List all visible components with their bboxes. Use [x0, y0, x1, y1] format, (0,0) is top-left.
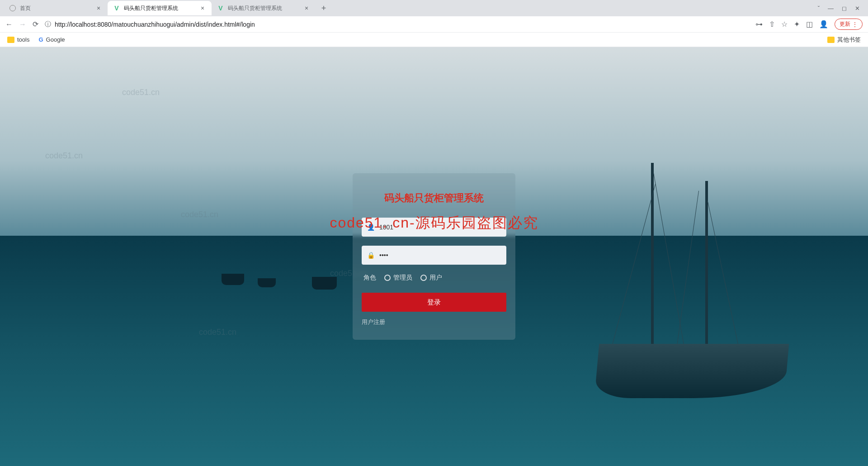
bookmark-other[interactable]: 其他书签: [827, 36, 861, 44]
browser-chrome: 首页 × V 码头船只货柜管理系统 × V 码头船只货柜管理系统 × + ˇ —…: [0, 0, 868, 47]
browser-tab-2[interactable]: V 码头船只货柜管理系统 ×: [212, 1, 316, 15]
login-card: 码头船只货柜管理系统 👤 🔒 角色 管理员 用户 登录 用户注册: [353, 173, 515, 340]
avatar-icon[interactable]: 👤: [819, 20, 828, 29]
radio-icon: [420, 275, 427, 281]
bookmark-tools[interactable]: tools: [7, 36, 29, 43]
share-icon[interactable]: ⇧: [769, 20, 775, 29]
lock-icon: 🔒: [367, 252, 375, 259]
extensions-icon[interactable]: ✦: [794, 20, 800, 29]
toolbar-right: ⊶ ⇧ ☆ ✦ ◫ 👤 更新⋮: [755, 19, 863, 30]
boat-decoration: [258, 278, 276, 287]
key-icon[interactable]: ⊶: [755, 20, 763, 29]
role-label: 角色: [363, 274, 376, 282]
radio-icon: [384, 275, 391, 281]
vue-icon: V: [113, 5, 120, 12]
minimize-icon[interactable]: —: [828, 5, 834, 12]
close-icon[interactable]: ×: [199, 5, 206, 12]
bookmark-google[interactable]: G Google: [38, 36, 65, 43]
window-controls: ˇ — ◻ ✕: [818, 5, 868, 12]
role-admin-radio[interactable]: 管理员: [384, 274, 412, 282]
tab-title: 首页: [20, 5, 91, 12]
bookmark-bar: tools G Google 其他书签: [0, 33, 868, 47]
login-title: 码头船只货柜管理系统: [362, 191, 506, 205]
maximize-icon[interactable]: ◻: [842, 5, 847, 12]
url-input[interactable]: ⓘ http://localhost:8080/matouchuanzhihuo…: [45, 20, 749, 29]
role-user-radio[interactable]: 用户: [420, 274, 442, 282]
address-bar: ← → ⟳ ⓘ http://localhost:8080/matouchuan…: [0, 16, 868, 33]
tab-title: 码头船只货柜管理系统: [124, 5, 195, 12]
back-icon[interactable]: ←: [5, 20, 13, 29]
new-tab-button[interactable]: +: [317, 2, 330, 14]
google-icon: G: [38, 36, 43, 43]
tab-bar: 首页 × V 码头船只货柜管理系统 × V 码头船只货柜管理系统 × + ˇ —…: [0, 0, 868, 16]
chevron-down-icon[interactable]: ˇ: [818, 5, 820, 12]
role-row: 角色 管理员 用户: [362, 274, 506, 282]
close-icon[interactable]: ×: [95, 5, 102, 12]
vue-icon: V: [217, 5, 224, 12]
browser-tab-0[interactable]: 首页 ×: [4, 1, 108, 15]
login-button[interactable]: 登录: [362, 293, 506, 312]
ship-decoration: [597, 163, 787, 398]
folder-icon: [7, 37, 14, 43]
reload-icon[interactable]: ⟳: [33, 20, 38, 29]
globe-icon: [9, 5, 16, 12]
register-link[interactable]: 用户注册: [362, 318, 506, 326]
username-input[interactable]: [379, 223, 501, 231]
panel-icon[interactable]: ◫: [806, 20, 813, 29]
folder-icon: [827, 37, 835, 43]
password-input[interactable]: [379, 252, 501, 259]
info-icon[interactable]: ⓘ: [45, 20, 51, 29]
star-icon[interactable]: ☆: [781, 20, 788, 29]
close-window-icon[interactable]: ✕: [855, 5, 860, 12]
username-group: 👤: [362, 218, 506, 237]
password-group: 🔒: [362, 246, 506, 265]
update-button[interactable]: 更新⋮: [835, 19, 863, 30]
browser-tab-1[interactable]: V 码头船只货柜管理系统 ×: [108, 1, 212, 15]
boat-decoration: [222, 274, 244, 285]
forward-icon: →: [19, 20, 26, 29]
url-text: http://localhost:8080/matouchuanzhihuogu…: [55, 21, 255, 28]
user-icon: 👤: [367, 223, 375, 231]
boat-decoration: [312, 277, 337, 290]
tab-title: 码头船只货柜管理系统: [228, 5, 299, 12]
page-content: code51.cn code51.cn code51.cn code51.cn …: [0, 47, 868, 466]
close-icon[interactable]: ×: [303, 5, 310, 12]
